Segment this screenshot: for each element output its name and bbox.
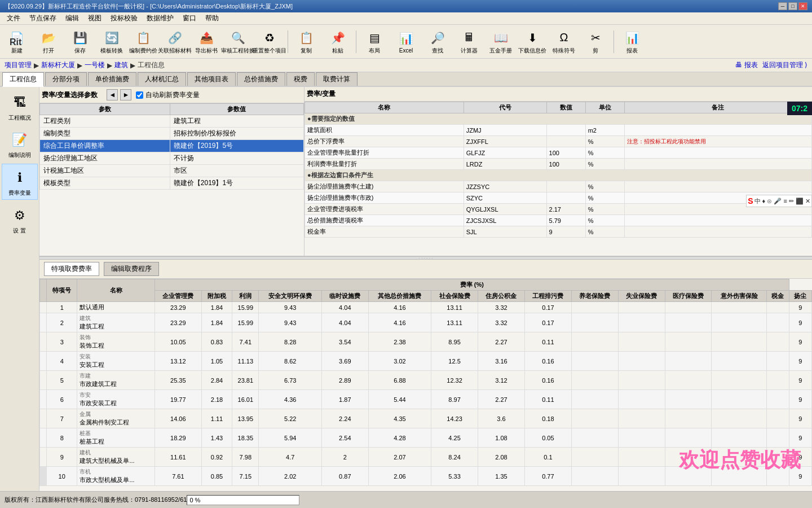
row-ywhb <box>712 313 766 332</box>
breadcrumb-building[interactable]: 一号楼 <box>85 60 105 70</box>
table-row[interactable]: 6市安市政安装工程19.772.1816.014.361.875.448.972… <box>40 390 812 409</box>
feilv-note <box>624 215 811 226</box>
toolbar-report[interactable]: 📊 报表 <box>617 27 647 57</box>
special-tab-edit[interactable]: 编辑取费程序 <box>104 262 159 276</box>
table-row[interactable]: 10市机市政大型机械及单...7.610.857.152.020.872.065… <box>40 467 812 486</box>
breadcrumb-report-btn[interactable]: 🖶 报表 <box>735 60 757 70</box>
row-sj <box>766 371 789 390</box>
breadcrumb-right: 🖶 报表 返回项目管理 ⟩ <box>735 60 807 70</box>
tab-project-info[interactable]: 工程信息 <box>2 72 44 87</box>
toolbar-reset[interactable]: ♻ 重置整个项目 <box>255 27 284 57</box>
toolbar-paste[interactable]: 📌 粘贴 <box>323 27 352 57</box>
toolbar-new[interactable]: 📄 新建 <box>2 27 32 57</box>
toolbar-excel[interactable]: 📊 Excel <box>391 27 421 57</box>
table-row[interactable]: 建筑面积 JZMJ m2 <box>305 125 812 136</box>
table-row[interactable]: 扬尘治理措施费率(土建) JZZSYC % <box>305 181 812 192</box>
table-row[interactable]: 8桩基桩基工程18.291.4318.355.942.544.284.251.0… <box>40 428 812 448</box>
toolbar-calc[interactable]: 🖩 计算器 <box>454 27 484 57</box>
table-row[interactable]: 扬尘治理措施费率(市政) SZYC % <box>305 192 812 204</box>
table-row[interactable]: 4安装安装工程13.121.0511.138.623.693.0212.53.1… <box>40 352 812 371</box>
menu-file[interactable]: 文件 <box>2 12 25 24</box>
menu-edit[interactable]: 编辑 <box>61 12 83 24</box>
toolbar-prepare[interactable]: 📋 编制费约价 <box>129 27 158 57</box>
tab-labor[interactable]: 人材机汇总 <box>138 72 186 86</box>
tab-unit-price[interactable]: 单价措施费 <box>88 72 136 86</box>
table-row[interactable]: 综合工日单价调整率 赣建价【2019】5号 <box>40 140 304 152</box>
row-syby <box>618 428 665 448</box>
minimize-btn[interactable]: ─ <box>778 2 787 10</box>
toolbar-layout[interactable]: ▤ 布局 <box>360 27 389 57</box>
tab-tax[interactable]: 税费 <box>286 72 315 86</box>
toolbar-cut[interactable]: ✂ 剪 <box>581 27 610 57</box>
feilv-col-note: 备注 <box>624 102 811 113</box>
paste-label: 粘贴 <box>332 47 343 55</box>
table-row[interactable]: 税金率 SJL 9 % <box>305 226 812 238</box>
toolbar-open[interactable]: 📂 打开 <box>34 27 63 57</box>
breadcrumb-proj-mgmt[interactable]: 项目管理 <box>5 60 32 70</box>
table-row[interactable]: 工程类别 建筑工程 <box>40 115 304 128</box>
feilv-name: 扬尘治理措施费率(土建) <box>305 181 464 192</box>
tab-other-items[interactable]: 其他项目表 <box>187 72 236 86</box>
menu-help[interactable]: 帮助 <box>201 12 223 24</box>
toolbar-special[interactable]: Ω 特殊符号 <box>549 27 579 57</box>
table-row[interactable]: 企业管理费率批量打折 GLFJZ 100 % <box>305 147 812 159</box>
table-row[interactable]: 9建机建筑大型机械及单...11.610.927.984.722.078.242… <box>40 448 812 467</box>
table-row[interactable]: 模板类型 赣建价【2019】1号 <box>40 177 304 190</box>
menu-data[interactable]: 数据维护 <box>142 12 178 24</box>
sidebar-item-settings[interactable]: ⚙ 设 置 <box>2 202 38 237</box>
table-row[interactable]: 编制类型 招标控制价/投标报价 <box>40 128 304 140</box>
table-row[interactable]: 总价措施费进项税率 ZJCSJXSL 5.79 % <box>305 215 812 226</box>
table-row[interactable]: 总价下浮费率 ZJXFFL % 注意：招投标工程此项功能禁用 <box>305 136 812 147</box>
toolbar-audit[interactable]: 🔍 审核工程转换 <box>223 27 253 57</box>
toolbar-hardware[interactable]: 📖 五金手册 <box>486 27 515 57</box>
arrow-right-btn[interactable]: ► <box>120 89 131 100</box>
table-row[interactable]: 2建筑建筑工程23.291.8415.999.434.044.1613.113.… <box>40 313 812 332</box>
col-id <box>40 279 47 302</box>
maximize-btn[interactable]: □ <box>788 2 797 10</box>
menu-check[interactable]: 投标校验 <box>106 12 142 24</box>
settings-icon: ⚙ <box>8 204 31 227</box>
toolbar-find[interactable]: 🔎 查找 <box>423 27 452 57</box>
row-ylbx <box>571 409 618 428</box>
params-table: 参数 参数值 工程类别 建筑工程 编制类型 <box>39 103 304 256</box>
toolbar-save[interactable]: 💾 保存 <box>65 27 95 57</box>
tab-fee-calc[interactable]: 取费计算 <box>316 72 358 86</box>
row-gcpw: 0.18 <box>524 409 571 428</box>
table-row[interactable]: 5市建市政建筑工程25.352.8423.816.732.896.8812.32… <box>40 371 812 390</box>
table-row[interactable]: 7金属金属构件制安工程14.061.1113.955.222.244.3514.… <box>40 409 812 428</box>
row-ywhb <box>712 428 766 448</box>
toolbar-link[interactable]: 🔗 关联招标材料 <box>160 27 189 57</box>
sidebar-item-fee-rate[interactable]: ℹ 费率变量 <box>2 164 38 200</box>
table-row[interactable]: 扬尘治理施工地区 不计扬 <box>40 152 304 165</box>
auto-refresh-checkbox[interactable] <box>136 91 143 99</box>
special-tab-fees[interactable]: 特项取费费率 <box>44 262 99 276</box>
toolbar-export[interactable]: 📤 导出标书 <box>192 27 221 57</box>
breadcrumb-category[interactable]: 建筑 <box>114 60 128 70</box>
row-qtjg: 2.06 <box>368 467 431 486</box>
table-row[interactable]: 计税施工地区 市区 <box>40 165 304 177</box>
sidebar-item-project-overview[interactable]: 🏗 工程概况 <box>2 89 38 124</box>
row-yc: 9 <box>789 302 811 313</box>
menu-window[interactable]: 窗口 <box>178 12 201 24</box>
menu-view[interactable]: 视图 <box>83 12 106 24</box>
toolbar-download[interactable]: ⬇ 下载信息价 <box>518 27 547 57</box>
row-fjz: 0.83 <box>201 332 232 352</box>
row-syby <box>618 302 665 313</box>
table-row[interactable]: 企业管理费进项税率 QYGLJXSL 2.17 % <box>305 204 812 215</box>
menu-save-node[interactable]: 节点保存 <box>25 12 61 24</box>
row-zfgj: 3.32 <box>478 302 525 313</box>
table-row[interactable]: 利润费率批量打折 LRDZ 100 % <box>305 159 812 170</box>
tab-total-measures[interactable]: 总价措施费 <box>237 72 285 86</box>
toolbar-copy[interactable]: 📋 复制 <box>292 27 321 57</box>
tab-sections[interactable]: 分部分项 <box>45 72 87 86</box>
breadcrumb-proj[interactable]: 新标杆大厦 <box>41 60 75 70</box>
table-row[interactable]: 3装饰装饰工程10.050.837.418.283.542.388.952.27… <box>40 332 812 352</box>
arrow-left-btn[interactable]: ◄ <box>107 89 118 100</box>
sidebar-item-description[interactable]: 📝 编制说明 <box>2 126 38 161</box>
breadcrumb-back-btn[interactable]: 返回项目管理 ⟩ <box>762 60 807 70</box>
param-name: 编制类型 <box>40 128 170 140</box>
main-tab-bar: 工程信息 分部分项 单价措施费 人材机汇总 其他项目表 总价措施费 税费 取费计… <box>0 72 812 87</box>
toolbar-template[interactable]: 🔄 模板转换 <box>97 27 126 57</box>
table-row[interactable]: 1默认通用23.291.8415.999.434.044.1613.113.32… <box>40 302 812 313</box>
close-btn[interactable]: ✕ <box>798 2 807 10</box>
